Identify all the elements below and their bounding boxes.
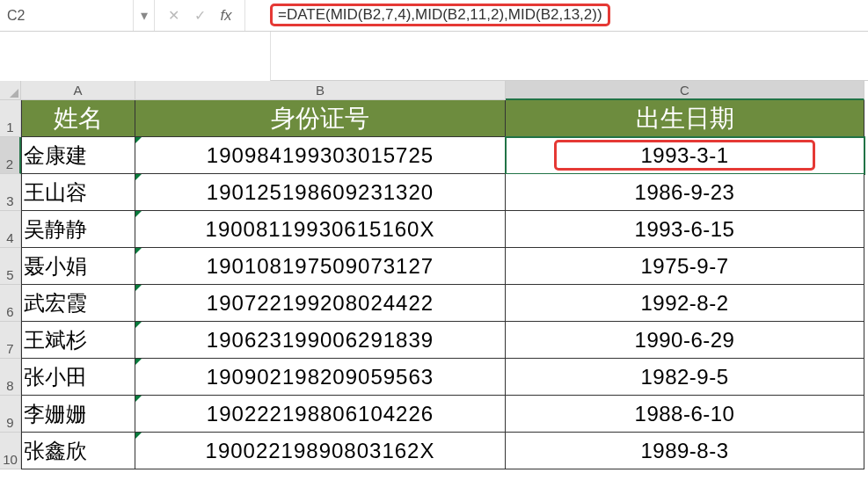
row-header-10[interactable]: 10 bbox=[0, 433, 21, 469]
row-header-6[interactable]: 6 bbox=[0, 285, 21, 322]
cell-A7[interactable]: 王斌杉 bbox=[21, 322, 135, 359]
cancel-icon: ✕ bbox=[168, 7, 179, 24]
cell-A2[interactable]: 金康建 bbox=[21, 137, 135, 174]
column-header-C[interactable]: C bbox=[506, 81, 864, 100]
cell-C4[interactable]: 1993-6-15 bbox=[506, 211, 864, 248]
cell-A3[interactable]: 王山容 bbox=[21, 174, 135, 211]
cell-A9[interactable]: 李姗姗 bbox=[21, 396, 135, 433]
cancel-button[interactable]: ✕ bbox=[160, 0, 186, 31]
row-header-3[interactable]: 3 bbox=[0, 174, 21, 211]
column-header-B[interactable]: B bbox=[135, 81, 506, 100]
cell-B2[interactable]: 190984199303015725 bbox=[135, 137, 506, 174]
cell-C7[interactable]: 1990-6-29 bbox=[506, 322, 864, 359]
check-icon: ✓ bbox=[194, 7, 206, 24]
spreadsheet-grid[interactable]: A B C 1 姓名 身份证号 出生日期 2 金康建 1909841993030… bbox=[0, 81, 868, 469]
insert-function-button[interactable]: fx bbox=[213, 0, 239, 31]
name-box-dropdown[interactable]: ▾ bbox=[134, 0, 155, 31]
cell-C8[interactable]: 1982-9-5 bbox=[506, 359, 864, 396]
cell-C10[interactable]: 1989-8-3 bbox=[506, 433, 864, 469]
cell-B10[interactable]: 19002219890803162X bbox=[135, 433, 506, 469]
row-header-4[interactable]: 4 bbox=[0, 211, 21, 248]
cell-C6[interactable]: 1992-8-2 bbox=[506, 285, 864, 322]
row-header-2[interactable]: 2 bbox=[0, 137, 21, 174]
chevron-down-icon: ▾ bbox=[141, 7, 148, 24]
enter-button[interactable]: ✓ bbox=[186, 0, 213, 31]
formula-bar-expanded bbox=[270, 32, 868, 81]
formula-text: =DATE(MID(B2,7,4),MID(B2,11,2),MID(B2,13… bbox=[278, 6, 602, 24]
cell-B6[interactable]: 190722199208024422 bbox=[135, 285, 506, 322]
row-header-8[interactable]: 8 bbox=[0, 359, 21, 396]
cell-A8[interactable]: 张小田 bbox=[21, 359, 135, 396]
cell-A5[interactable]: 聂小娟 bbox=[21, 248, 135, 285]
formula-bar-controls: ✕ ✓ fx bbox=[155, 0, 245, 31]
cell-B5[interactable]: 190108197509073127 bbox=[135, 248, 506, 285]
cell-A10[interactable]: 张鑫欣 bbox=[21, 433, 135, 469]
header-cell-date[interactable]: 出生日期 bbox=[506, 100, 864, 137]
cell-B7[interactable]: 190623199006291839 bbox=[135, 322, 506, 359]
cell-B9[interactable]: 190222198806104226 bbox=[135, 396, 506, 433]
cell-B8[interactable]: 190902198209059563 bbox=[135, 359, 506, 396]
column-header-A[interactable]: A bbox=[21, 81, 135, 100]
cell-C9[interactable]: 1988-6-10 bbox=[506, 396, 864, 433]
formula-bar: C2 ▾ ✕ ✓ fx =DATE(MID(B2,7,4),MID(B2,11,… bbox=[0, 0, 868, 32]
row-header-5[interactable]: 5 bbox=[0, 248, 21, 285]
name-box[interactable]: C2 bbox=[0, 0, 134, 31]
row-header-7[interactable]: 7 bbox=[0, 322, 21, 359]
header-cell-name[interactable]: 姓名 bbox=[21, 100, 135, 137]
header-cell-id[interactable]: 身份证号 bbox=[135, 100, 506, 137]
fx-icon: fx bbox=[220, 7, 231, 25]
cell-B3[interactable]: 190125198609231320 bbox=[135, 174, 506, 211]
row-header-1[interactable]: 1 bbox=[0, 100, 21, 137]
cell-A6[interactable]: 武宏霞 bbox=[21, 285, 135, 322]
cell-A4[interactable]: 吴静静 bbox=[21, 211, 135, 248]
cell-B4[interactable]: 19008119930615160X bbox=[135, 211, 506, 248]
select-all-corner[interactable] bbox=[0, 81, 21, 100]
cell-C5[interactable]: 1975-9-7 bbox=[506, 248, 864, 285]
row-header-9[interactable]: 9 bbox=[0, 396, 21, 433]
formula-input[interactable]: =DATE(MID(B2,7,4),MID(B2,11,2),MID(B2,13… bbox=[270, 4, 610, 26]
cell-C2[interactable]: 1993-3-1 bbox=[506, 137, 864, 174]
cell-C3[interactable]: 1986-9-23 bbox=[506, 174, 864, 211]
